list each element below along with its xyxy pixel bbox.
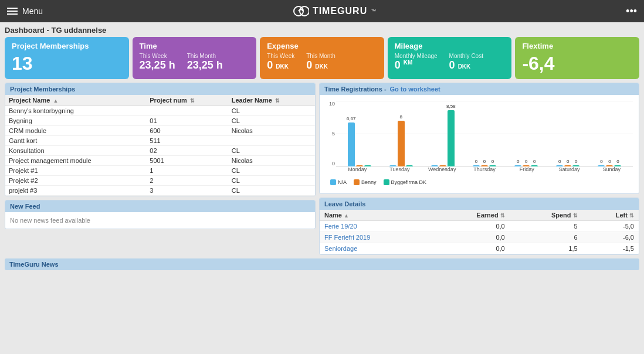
leave-col-name[interactable]: Name ▲ — [320, 210, 432, 221]
bar-wrap — [389, 101, 396, 166]
sort-icon-left: ⇅ — [629, 213, 634, 219]
bar-wrap: 8,58 — [448, 101, 455, 166]
pm-panel-header: Project Memberships — [5, 83, 315, 95]
card-time-month: This Month 23,25 h — [187, 53, 223, 72]
bar — [473, 165, 480, 166]
bar — [348, 122, 355, 166]
table-row[interactable]: CRM module600Nicolas — [5, 126, 315, 136]
table-row[interactable]: Projekt #22CL — [5, 176, 315, 186]
bar — [614, 165, 621, 166]
cell-name: projekt #3 — [5, 186, 146, 196]
card-flextime-value: -6,4 — [522, 53, 632, 74]
card-flextime: Flextime -6,4 — [515, 37, 639, 79]
leave-col-spend[interactable]: Spend ⇅ — [510, 210, 582, 221]
card-time-month-label: This Month — [187, 53, 223, 59]
more-menu-button[interactable]: ••• — [626, 5, 637, 18]
time-registrations-panel: Time Registrations - Go to worksheet 10 … — [319, 83, 639, 194]
bar-value-label: 0 — [608, 159, 611, 164]
day-label: Tuesday — [378, 166, 421, 176]
cell-leader: CL — [228, 146, 315, 156]
cell-num: 3 — [146, 186, 228, 196]
cell-name: Bygning — [5, 116, 146, 126]
bar-value-label: 0 — [533, 159, 535, 164]
card-mileage-monthly-label: Monthly Mileage — [395, 53, 438, 59]
card-flextime-title: Flextime — [522, 42, 632, 50]
table-row[interactable]: Seniordage0,01,5-1,5 — [320, 243, 639, 254]
timeguru-news-title: TimeGuru News — [9, 261, 59, 268]
table-row[interactable]: Benny's kontorbygningCL — [5, 106, 315, 116]
new-feed-header: New Feed — [5, 200, 315, 212]
cell-earned: 0,0 — [432, 243, 509, 254]
day-label: Sunday — [591, 166, 633, 176]
sort-icon-spend: ⇅ — [573, 213, 578, 219]
day-bars: 8,58 — [431, 101, 455, 166]
cell-num: 2 — [146, 176, 228, 186]
chart-legend: N/ABennyByggefirma DK — [326, 177, 633, 188]
cell-leave-name[interactable]: FF Feriefri 2019 — [320, 232, 432, 243]
card-mileage-monthly: Monthly Mileage 0 KM — [395, 53, 438, 72]
cell-leader: CL — [228, 176, 315, 186]
bar-value-label: 0 — [600, 159, 602, 164]
legend-item: Benny — [354, 179, 377, 185]
day-label: Friday — [506, 166, 548, 176]
cell-left: -5,0 — [582, 221, 639, 232]
table-row[interactable]: FF Feriefri 20190,06-6,0 — [320, 232, 639, 243]
chart-bars: 6,6788,58000000000000 — [336, 101, 633, 166]
right-column: Time Registrations - Go to worksheet 10 … — [319, 83, 639, 255]
bar-value-label: 6,67 — [347, 116, 356, 121]
bar-wrap: 0 — [564, 101, 571, 166]
bar — [448, 110, 455, 166]
bar-wrap: 0 — [481, 101, 488, 166]
table-row[interactable]: Gantt kort511 — [5, 136, 315, 146]
bar — [389, 165, 396, 166]
cell-name: Konsultation — [5, 146, 146, 156]
bar-wrap: 8 — [398, 101, 405, 166]
legend-item: N/A — [330, 179, 347, 185]
bar-wrap: 0 — [614, 101, 621, 166]
cell-num — [146, 106, 228, 116]
hamburger-icon[interactable] — [7, 8, 18, 15]
bar-value-label: 0 — [475, 159, 477, 164]
table-row[interactable]: Projekt #11CL — [5, 166, 315, 176]
y-0: 0 — [326, 161, 335, 166]
leave-col-earned[interactable]: Earned ⇅ — [432, 210, 509, 221]
cell-leave-name[interactable]: Seniordage — [320, 243, 432, 254]
bar — [598, 165, 605, 166]
new-feed-panel: New Feed No new news feed available — [5, 200, 316, 229]
bar-value-label: 0 — [492, 159, 494, 164]
table-row[interactable]: Konsultation02CL — [5, 146, 315, 156]
time-reg-title: Time Registrations - — [324, 86, 387, 93]
goto-worksheet-link[interactable]: Go to worksheet — [390, 86, 440, 93]
cell-left: -1,5 — [582, 243, 639, 254]
bar-wrap: 0 — [514, 101, 521, 166]
cell-name: Projekt #1 — [5, 166, 146, 176]
svg-point-1 — [300, 6, 309, 16]
new-feed-title: New Feed — [10, 203, 40, 210]
legend-label: Benny — [361, 179, 377, 185]
table-row[interactable]: Project management module5001Nicolas — [5, 156, 315, 166]
bar-value-label: 0 — [483, 159, 486, 164]
cell-name: Benny's kontorbygning — [5, 106, 146, 116]
pm-col-leader[interactable]: Leader Name ⇅ — [228, 95, 315, 106]
day-group: 6,67 — [338, 101, 380, 166]
y-5: 5 — [326, 131, 335, 137]
table-row[interactable]: projekt #33CL — [5, 186, 315, 196]
card-time-week-label: This Week — [140, 53, 175, 59]
card-time: Time This Week 23,25 h This Month 23,25 … — [133, 37, 257, 79]
table-row[interactable]: Ferie 19/200,05-5,0 — [320, 221, 639, 232]
bar-wrap: 0 — [473, 101, 480, 166]
menu-label[interactable]: Menu — [22, 6, 43, 16]
pm-col-num[interactable]: Project num ⇅ — [146, 95, 228, 106]
bar — [439, 165, 446, 166]
cell-spend: 5 — [510, 221, 582, 232]
bar — [523, 165, 530, 166]
bar-wrap: 0 — [489, 101, 496, 166]
day-bars: 6,67 — [348, 101, 371, 166]
pm-col-name[interactable]: Project Name ▲ — [5, 95, 146, 106]
dashboard-title: Dashboard - TG uddannelse — [0, 22, 644, 37]
table-row[interactable]: Bygning01CL — [5, 116, 315, 126]
leave-col-left[interactable]: Left ⇅ — [582, 210, 639, 221]
cell-earned: 0,0 — [432, 221, 509, 232]
sort-icon-leader: ⇅ — [275, 98, 280, 104]
cell-leave-name[interactable]: Ferie 19/20 — [320, 221, 432, 232]
